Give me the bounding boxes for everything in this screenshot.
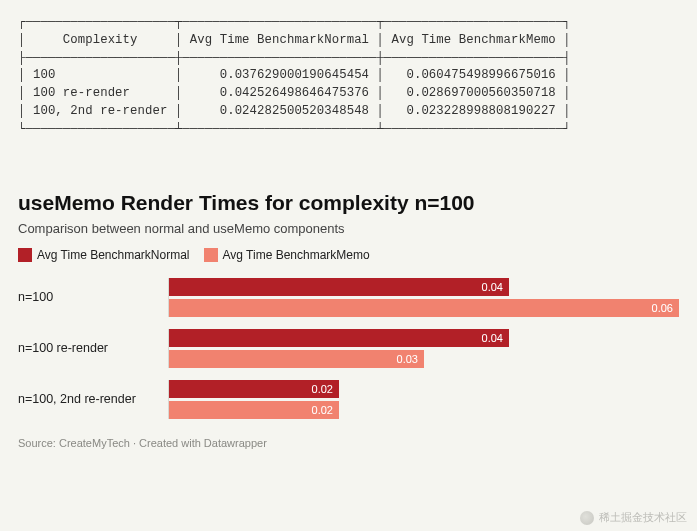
table-row: 100 re-render [33, 86, 130, 100]
chart-rows: n=100 0.04 0.06 n=100 re-render 0.04 0.0… [18, 278, 679, 419]
bar-group: 0.04 0.03 [168, 329, 679, 368]
bar-group: 0.02 0.02 [168, 380, 679, 419]
table-border-mid: ├────────────────────┼──────────────────… [18, 51, 571, 65]
watermark-text: 稀土掘金技术社区 [599, 510, 687, 525]
legend-item-memo: Avg Time BenchmarkMemo [204, 248, 370, 262]
chart-row: n=100 0.04 0.06 [18, 278, 679, 317]
chart-row-label: n=100 [18, 278, 168, 317]
benchmark-table: ┌────────────────────┬──────────────────… [18, 14, 679, 139]
chart-legend: Avg Time BenchmarkNormal Avg Time Benchm… [18, 248, 679, 262]
bar-memo: 0.03 [169, 350, 424, 368]
bar-memo: 0.06 [169, 299, 679, 317]
table-row: 100 [33, 68, 55, 82]
table-row: 0.042526498646475376 [220, 86, 369, 100]
legend-label: Avg Time BenchmarkNormal [37, 248, 190, 262]
watermark: 稀土掘金技术社区 [580, 510, 687, 525]
chart-source: Source: CreateMyTech · Created with Data… [18, 437, 679, 449]
table-header-memo: Avg Time BenchmarkMemo [392, 33, 556, 47]
table-row: 0.037629000190645454 [220, 68, 369, 82]
swatch-icon [204, 248, 218, 262]
bar-normal: 0.02 [169, 380, 339, 398]
chart-row: n=100, 2nd re-render 0.02 0.02 [18, 380, 679, 419]
chart-row-label: n=100, 2nd re-render [18, 380, 168, 419]
chart: useMemo Render Times for complexity n=10… [18, 191, 679, 449]
bar-normal: 0.04 [169, 278, 509, 296]
chart-row: n=100 re-render 0.04 0.03 [18, 329, 679, 368]
legend-item-normal: Avg Time BenchmarkNormal [18, 248, 190, 262]
chart-subtitle: Comparison between normal and useMemo co… [18, 221, 679, 236]
swatch-icon [18, 248, 32, 262]
table-row: 100, 2nd re-render [33, 104, 167, 118]
table-row: 0.023228998808190227 [406, 104, 555, 118]
table-border-top: ┌────────────────────┬──────────────────… [18, 15, 571, 29]
table-row: 0.028697000560350718 [406, 86, 555, 100]
table-row: 0.024282500520348548 [220, 104, 369, 118]
bar-memo: 0.02 [169, 401, 339, 419]
bar-normal: 0.04 [169, 329, 509, 347]
legend-label: Avg Time BenchmarkMemo [223, 248, 370, 262]
bar-group: 0.04 0.06 [168, 278, 679, 317]
table-border-bot: └────────────────────┴──────────────────… [18, 122, 571, 136]
chart-row-label: n=100 re-render [18, 329, 168, 368]
chart-title: useMemo Render Times for complexity n=10… [18, 191, 679, 215]
table-header-normal: Avg Time BenchmarkNormal [190, 33, 369, 47]
watermark-logo-icon [580, 511, 594, 525]
table-header-complexity: Complexity [63, 33, 138, 47]
table-row: 0.060475498996675016 [406, 68, 555, 82]
